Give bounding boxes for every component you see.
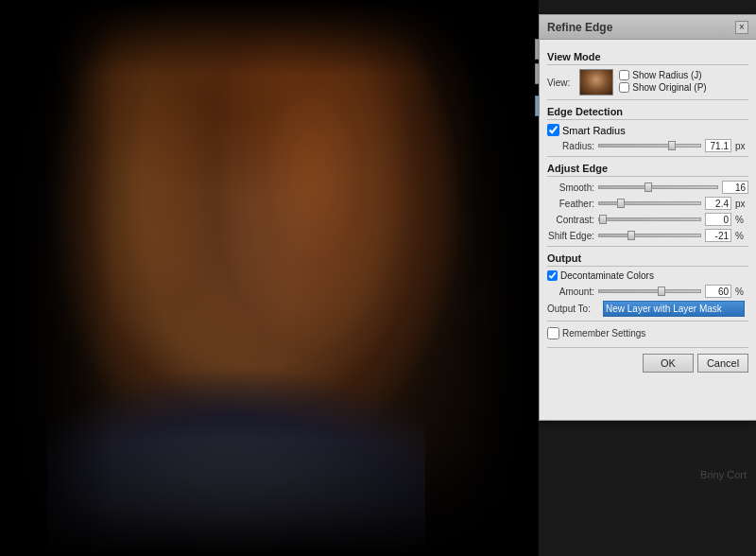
radius-slider-thumb[interactable] <box>668 141 676 150</box>
output-to-label: Output To: <box>547 304 599 314</box>
radius-value-input[interactable] <box>705 139 731 152</box>
watermark-text: Briny Cort <box>700 469 747 480</box>
view-thumbnail[interactable] <box>579 69 613 96</box>
contrast-slider-row: Contrast: % <box>547 213 748 226</box>
show-radius-checkbox[interactable] <box>619 70 629 80</box>
amount-unit: % <box>735 287 748 297</box>
view-checkboxes: Show Radius (J) Show Original (P) <box>619 70 706 95</box>
edge-detection-header: Edge Detection <box>547 106 748 120</box>
shift-edge-slider-row: Shift Edge: % <box>547 229 748 242</box>
decontaminate-row: Decontaminate Colors <box>547 270 748 281</box>
amount-slider-row: Amount: % <box>547 285 748 298</box>
divider-2 <box>547 156 748 157</box>
radius-label: Radius: <box>547 141 594 151</box>
button-row: OK Cancel <box>547 347 748 373</box>
radius-unit: px <box>735 141 748 151</box>
close-button[interactable]: × <box>735 21 748 34</box>
shift-edge-slider-track[interactable] <box>598 234 701 237</box>
feather-slider-thumb[interactable] <box>617 199 625 208</box>
show-radius-row: Show Radius (J) <box>619 70 706 80</box>
remember-settings-row: Remember Settings <box>547 327 748 339</box>
contrast-value-input[interactable] <box>705 213 731 226</box>
output-to-wrapper: New Layer with Layer Mask Selection Laye… <box>603 301 748 317</box>
divider-1 <box>547 99 748 100</box>
cancel-button[interactable]: Cancel <box>697 354 748 373</box>
output-to-select[interactable]: New Layer with Layer Mask Selection Laye… <box>603 301 745 317</box>
smooth-slider-track[interactable] <box>598 185 718 189</box>
amount-slider-thumb[interactable] <box>658 287 665 296</box>
feather-slider-row: Feather: px <box>547 197 748 210</box>
amount-slider-track[interactable] <box>598 289 701 293</box>
smooth-value-input[interactable] <box>722 181 748 194</box>
smart-radius-row: Smart Radius <box>547 124 748 136</box>
shift-edge-unit: % <box>735 231 748 241</box>
feather-value-input[interactable] <box>705 197 731 210</box>
show-original-row: Show Original (P) <box>619 82 706 93</box>
radius-slider-track[interactable] <box>598 144 701 148</box>
photo-background <box>0 0 539 556</box>
smooth-slider-row: Smooth: <box>547 181 748 194</box>
shift-edge-label: Shift Edge: <box>547 231 594 241</box>
contrast-slider-track[interactable] <box>598 217 701 221</box>
refine-edge-dialog: Refine Edge × View Mode View: Show Radiu… <box>539 14 756 421</box>
divider-3 <box>547 246 748 247</box>
smooth-label: Smooth: <box>547 182 594 193</box>
shift-edge-slider-thumb[interactable] <box>627 231 635 240</box>
adjust-edge-header: Adjust Edge <box>547 163 748 177</box>
contrast-label: Contrast: <box>547 215 594 225</box>
decontaminate-checkbox[interactable] <box>547 270 558 281</box>
view-mode-row: View: Show Radius (J) Show Original (P) <box>547 69 748 96</box>
output-to-row: Output To: New Layer with Layer Mask Sel… <box>547 301 748 317</box>
feather-label: Feather: <box>547 199 594 209</box>
contrast-slider-thumb[interactable] <box>599 215 607 224</box>
amount-label: Amount: <box>547 287 594 297</box>
shift-edge-value-input[interactable] <box>705 229 731 242</box>
decontaminate-label: Decontaminate Colors <box>560 270 654 281</box>
remember-settings-label: Remember Settings <box>562 328 645 339</box>
smart-radius-label: Smart Radius <box>562 125 626 136</box>
divider-4 <box>547 321 748 321</box>
view-label: View: <box>547 78 570 88</box>
smart-radius-checkbox[interactable] <box>547 124 559 136</box>
dark-vignette-top <box>0 0 539 76</box>
smooth-slider-thumb[interactable] <box>644 182 652 192</box>
photo-canvas <box>0 0 539 556</box>
dialog-title: Refine Edge <box>547 21 612 34</box>
view-mode-header: View Mode <box>547 51 748 65</box>
show-original-label: Show Original (P) <box>632 82 706 93</box>
radius-slider-row: Radius: px <box>547 139 748 152</box>
feather-unit: px <box>735 199 748 209</box>
ok-button[interactable]: OK <box>643 354 694 373</box>
amount-value-input[interactable] <box>705 285 731 298</box>
contrast-unit: % <box>735 215 748 225</box>
remember-settings-checkbox[interactable] <box>547 327 559 339</box>
show-radius-label: Show Radius (J) <box>632 70 701 80</box>
show-original-checkbox[interactable] <box>619 82 629 93</box>
dark-vignette-bottom <box>0 443 539 556</box>
dialog-body: View Mode View: Show Radius (J) Show Ori… <box>540 40 756 378</box>
dialog-titlebar: Refine Edge × <box>540 15 756 40</box>
feather-slider-track[interactable] <box>598 201 701 205</box>
output-header: Output <box>547 252 748 267</box>
